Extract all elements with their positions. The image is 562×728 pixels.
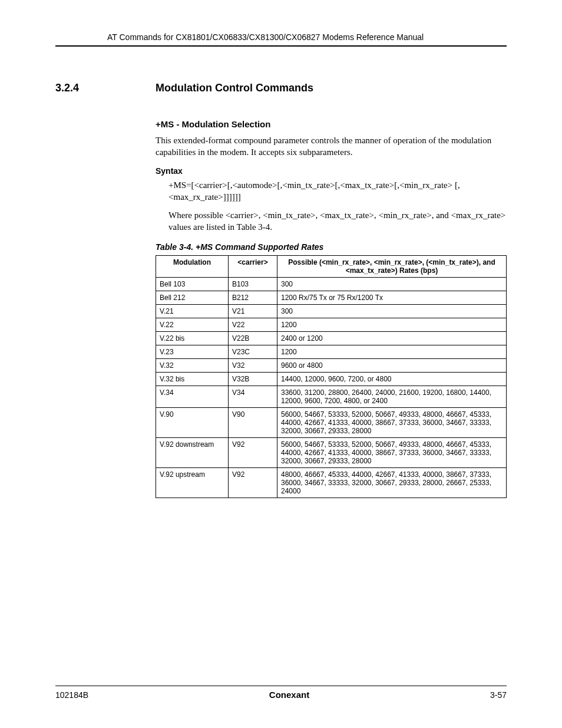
table-row: V.21V21300: [156, 305, 507, 318]
syntax-line-2: Where possible <carrier>, <min_tx_rate>,…: [168, 209, 507, 233]
section-heading-row: 3.2.4 Modulation Control Commands: [55, 82, 507, 94]
table-cell: 1200: [277, 318, 507, 332]
table-cell: V23C: [229, 345, 277, 359]
table-header-rates: Possible (<min_rx_rate>, <min_rx_rate>, …: [277, 256, 507, 278]
table-row: Bell 103B103300: [156, 278, 507, 291]
table-cell: 300: [277, 305, 507, 318]
running-header: AT Commands for CX81801/CX06833/CX81300/…: [55, 32, 507, 47]
page: AT Commands for CX81801/CX06833/CX81300/…: [0, 0, 562, 728]
table-cell: V.32 bis: [156, 373, 229, 386]
footer-brand: Conexant: [269, 690, 309, 700]
table-row: Bell 212B2121200 Rx/75 Tx or 75 Rx/1200 …: [156, 291, 507, 305]
table-row: V.90V9056000, 54667, 53333, 52000, 50667…: [156, 408, 507, 438]
table-cell: 1200: [277, 345, 507, 359]
table-cell: Bell 103: [156, 278, 229, 291]
section-number: 3.2.4: [55, 82, 156, 94]
table-cell: V34: [229, 386, 277, 408]
table-cell: B212: [229, 291, 277, 305]
table-cell: 300: [277, 278, 507, 291]
table-cell: 48000, 46667, 45333, 44000, 42667, 41333…: [277, 468, 507, 498]
table-cell: Bell 212: [156, 291, 229, 305]
table-cell: V.34: [156, 386, 229, 408]
table-cell: V.22 bis: [156, 332, 229, 345]
table-cell: V32: [229, 359, 277, 373]
table-cell: V92: [229, 438, 277, 468]
table-cell: 33600, 31200, 28800, 26400, 24000, 21600…: [277, 386, 507, 408]
table-cell: V21: [229, 305, 277, 318]
table-row: V.92 downstreamV9256000, 54667, 53333, 5…: [156, 438, 507, 468]
table-row: V.34V3433600, 31200, 28800, 26400, 24000…: [156, 386, 507, 408]
footer-page-number: 3-57: [490, 690, 507, 700]
table-header-carrier: <carrier>: [229, 256, 277, 278]
table-row: V.22 bisV22B2400 or 1200: [156, 332, 507, 345]
table-cell: 1200 Rx/75 Tx or 75 Rx/1200 Tx: [277, 291, 507, 305]
footer-doc-number: 102184B: [55, 690, 88, 700]
syntax-heading: Syntax: [156, 166, 507, 176]
table-row: V.92 upstreamV9248000, 46667, 45333, 440…: [156, 468, 507, 498]
table-row: V.22V221200: [156, 318, 507, 332]
page-footer: 102184B Conexant 3-57: [55, 686, 507, 700]
table-cell: 56000, 54667, 53333, 52000, 50667, 49333…: [277, 438, 507, 468]
content-block: +MS - Modulation Selection This extended…: [156, 119, 507, 498]
table-cell: 14400, 12000, 9600, 7200, or 4800: [277, 373, 507, 386]
table-cell: V.22: [156, 318, 229, 332]
table-cell: V.92 downstream: [156, 438, 229, 468]
table-cell: B103: [229, 278, 277, 291]
subsection-title: +MS - Modulation Selection: [156, 119, 507, 129]
table-cell: V90: [229, 408, 277, 438]
table-cell: V.23: [156, 345, 229, 359]
table-cell: 56000, 54667, 53333, 52000, 50667, 49333…: [277, 408, 507, 438]
section-title: Modulation Control Commands: [156, 82, 313, 94]
table-header-row: Modulation <carrier> Possible (<min_rx_r…: [156, 256, 507, 278]
table-cell: V22: [229, 318, 277, 332]
table-row: V.23V23C1200: [156, 345, 507, 359]
rates-table: Modulation <carrier> Possible (<min_rx_r…: [156, 255, 507, 498]
table-row: V.32V329600 or 4800: [156, 359, 507, 373]
table-cell: V.90: [156, 408, 229, 438]
table-caption: Table 3-4. +MS Command Supported Rates: [156, 242, 507, 252]
table-row: V.32 bisV32B14400, 12000, 9600, 7200, or…: [156, 373, 507, 386]
table-cell: V32B: [229, 373, 277, 386]
table-cell: V.32: [156, 359, 229, 373]
table-cell: V.21: [156, 305, 229, 318]
table-cell: V22B: [229, 332, 277, 345]
intro-paragraph: This extended-format compound parameter …: [156, 135, 507, 158]
table-cell: 9600 or 4800: [277, 359, 507, 373]
table-cell: V92: [229, 468, 277, 498]
table-cell: 2400 or 1200: [277, 332, 507, 345]
table-header-modulation: Modulation: [156, 256, 229, 278]
syntax-line-1: +MS=[<carrier>[,<automode>[,<min_tx_rate…: [168, 179, 507, 203]
table-cell: V.92 upstream: [156, 468, 229, 498]
